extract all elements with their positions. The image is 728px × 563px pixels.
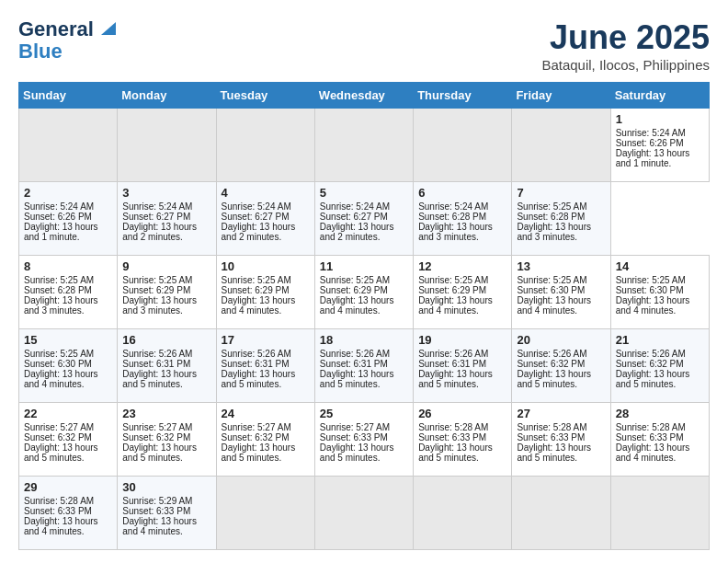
logo-icon	[96, 18, 116, 39]
day-number: 9	[122, 259, 210, 273]
day-number: 18	[320, 333, 408, 347]
empty-cell	[610, 477, 709, 550]
day-number: 20	[517, 333, 605, 347]
daylight-label: Daylight: 13 hours and 5 minutes.	[122, 442, 197, 463]
sunrise-label: Sunrise: 5:26 AM	[222, 349, 291, 359]
sunset-label: Sunset: 6:33 PM	[616, 432, 684, 442]
sunrise-label: Sunrise: 5:25 AM	[616, 275, 686, 285]
svg-marker-0	[101, 22, 116, 35]
sunset-label: Sunset: 6:33 PM	[122, 506, 190, 516]
col-header-thursday: Thursday	[414, 83, 512, 109]
daylight-label: Daylight: 13 hours and 2 minutes.	[320, 222, 394, 242]
empty-cell	[512, 109, 610, 182]
page-header: General Blue June 2025 Bataquil, Ilocos,…	[18, 18, 710, 73]
calendar-table: SundayMondayTuesdayWednesdayThursdayFrid…	[18, 82, 710, 550]
sunrise-label: Sunrise: 5:28 AM	[418, 422, 488, 432]
sunrise-label: Sunrise: 5:27 AM	[320, 422, 390, 432]
day-cell-24: 24 Sunrise: 5:27 AM Sunset: 6:32 PM Dayl…	[216, 403, 314, 477]
week-row-5: 22 Sunrise: 5:27 AM Sunset: 6:32 PM Dayl…	[19, 403, 710, 477]
day-number: 13	[517, 259, 605, 273]
day-cell-29: 29 Sunrise: 5:28 AM Sunset: 6:33 PM Dayl…	[19, 477, 118, 550]
sunrise-label: Sunrise: 5:26 AM	[418, 349, 488, 359]
week-row-2: 2 Sunrise: 5:24 AM Sunset: 6:26 PM Dayli…	[19, 182, 710, 256]
day-cell-4: 4 Sunrise: 5:24 AM Sunset: 6:27 PM Dayli…	[216, 182, 314, 256]
day-number: 17	[222, 333, 310, 347]
day-number: 8	[24, 259, 112, 273]
day-cell-13: 13 Sunrise: 5:25 AM Sunset: 6:30 PM Dayl…	[512, 256, 610, 329]
day-cell-30: 30 Sunrise: 5:29 AM Sunset: 6:33 PM Dayl…	[118, 477, 216, 550]
sunrise-label: Sunrise: 5:29 AM	[122, 496, 192, 506]
day-cell-28: 28 Sunrise: 5:28 AM Sunset: 6:33 PM Dayl…	[610, 403, 709, 477]
day-cell-2: 2 Sunrise: 5:24 AM Sunset: 6:26 PM Dayli…	[19, 182, 118, 256]
sunset-label: Sunset: 6:32 PM	[122, 432, 190, 442]
day-number: 23	[122, 407, 210, 420]
week-row-6: 29 Sunrise: 5:28 AM Sunset: 6:33 PM Dayl…	[19, 477, 710, 550]
day-number: 16	[122, 333, 210, 347]
sunset-label: Sunset: 6:32 PM	[517, 359, 585, 369]
daylight-label: Daylight: 13 hours and 4 minutes.	[24, 369, 98, 389]
daylight-label: Daylight: 13 hours and 3 minutes.	[24, 295, 98, 316]
sunset-label: Sunset: 6:30 PM	[616, 285, 684, 295]
sunset-label: Sunset: 6:32 PM	[616, 359, 684, 369]
sunset-label: Sunset: 6:31 PM	[122, 359, 190, 369]
daylight-label: Daylight: 13 hours and 5 minutes.	[24, 442, 98, 463]
sunset-label: Sunset: 6:27 PM	[122, 212, 190, 222]
day-number: 7	[517, 186, 605, 200]
day-number: 2	[24, 186, 112, 200]
daylight-label: Daylight: 13 hours and 2 minutes.	[122, 222, 197, 242]
daylight-label: Daylight: 13 hours and 5 minutes.	[222, 442, 296, 463]
sunrise-label: Sunrise: 5:25 AM	[122, 275, 192, 285]
day-number: 25	[320, 407, 408, 420]
day-cell-16: 16 Sunrise: 5:26 AM Sunset: 6:31 PM Dayl…	[118, 329, 216, 403]
empty-cell	[216, 477, 314, 550]
sunset-label: Sunset: 6:31 PM	[222, 359, 290, 369]
daylight-label: Daylight: 13 hours and 3 minutes.	[517, 222, 591, 242]
logo-general: General	[18, 18, 94, 40]
daylight-label: Daylight: 13 hours and 2 minutes.	[222, 222, 296, 242]
sunrise-label: Sunrise: 5:28 AM	[616, 422, 686, 432]
day-cell-3: 3 Sunrise: 5:24 AM Sunset: 6:27 PM Dayli…	[118, 182, 216, 256]
sunrise-label: Sunrise: 5:25 AM	[24, 275, 94, 285]
daylight-label: Daylight: 13 hours and 5 minutes.	[222, 369, 296, 389]
day-cell-14: 14 Sunrise: 5:25 AM Sunset: 6:30 PM Dayl…	[610, 256, 709, 329]
sunrise-label: Sunrise: 5:24 AM	[320, 201, 390, 212]
empty-cell	[19, 109, 118, 182]
day-cell-27: 27 Sunrise: 5:28 AM Sunset: 6:33 PM Dayl…	[512, 403, 610, 477]
sunrise-label: Sunrise: 5:26 AM	[616, 349, 686, 359]
sunrise-label: Sunrise: 5:25 AM	[418, 275, 488, 285]
day-number: 21	[616, 333, 704, 347]
col-header-monday: Monday	[118, 83, 216, 109]
daylight-label: Daylight: 13 hours and 5 minutes.	[517, 369, 591, 389]
daylight-label: Daylight: 13 hours and 3 minutes.	[122, 295, 197, 316]
week-row-4: 15 Sunrise: 5:25 AM Sunset: 6:30 PM Dayl…	[19, 329, 710, 403]
daylight-label: Daylight: 13 hours and 1 minute.	[616, 148, 690, 168]
day-cell-6: 6 Sunrise: 5:24 AM Sunset: 6:28 PM Dayli…	[414, 182, 512, 256]
day-number: 11	[320, 259, 408, 273]
location: Bataquil, Ilocos, Philippines	[541, 57, 710, 73]
logo: General Blue	[18, 18, 116, 63]
sunrise-label: Sunrise: 5:25 AM	[222, 275, 291, 285]
empty-cell	[216, 109, 314, 182]
day-number: 30	[122, 480, 210, 494]
sunset-label: Sunset: 6:30 PM	[517, 285, 585, 295]
sunset-label: Sunset: 6:33 PM	[24, 506, 92, 516]
title-block: June 2025 Bataquil, Ilocos, Philippines	[541, 18, 710, 73]
empty-cell	[414, 477, 512, 550]
sunset-label: Sunset: 6:29 PM	[418, 285, 486, 295]
day-number: 6	[418, 186, 506, 200]
col-header-tuesday: Tuesday	[216, 83, 314, 109]
day-number: 28	[616, 407, 704, 420]
daylight-label: Daylight: 13 hours and 4 minutes.	[320, 295, 394, 316]
sunset-label: Sunset: 6:27 PM	[222, 212, 290, 222]
sunrise-label: Sunrise: 5:27 AM	[24, 422, 94, 432]
sunrise-label: Sunrise: 5:24 AM	[122, 201, 192, 212]
col-header-wednesday: Wednesday	[314, 83, 413, 109]
sunrise-label: Sunrise: 5:25 AM	[517, 275, 586, 285]
sunrise-label: Sunrise: 5:27 AM	[222, 422, 291, 432]
day-cell-7: 7 Sunrise: 5:25 AM Sunset: 6:28 PM Dayli…	[512, 182, 610, 256]
logo-blue: Blue	[18, 40, 63, 63]
sunrise-label: Sunrise: 5:26 AM	[122, 349, 192, 359]
sunset-label: Sunset: 6:28 PM	[24, 285, 92, 295]
sunrise-label: Sunrise: 5:24 AM	[222, 201, 291, 212]
daylight-label: Daylight: 13 hours and 3 minutes.	[418, 222, 493, 242]
